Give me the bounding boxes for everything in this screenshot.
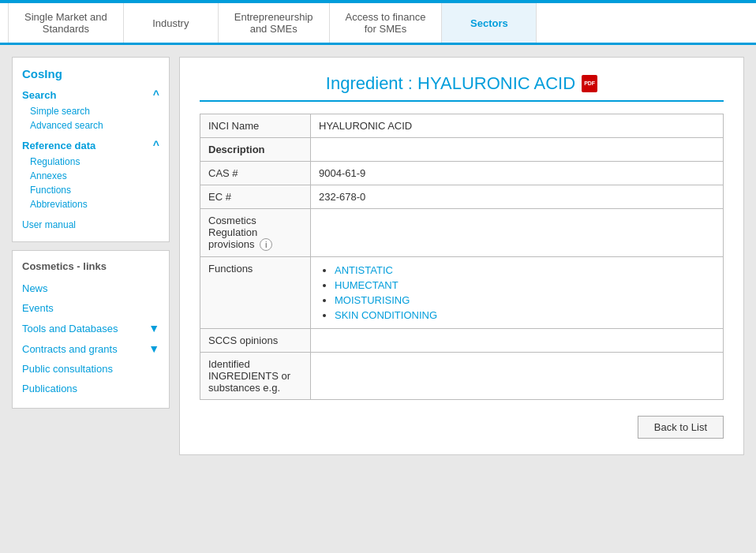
value-cas: 9004-61-9	[311, 162, 724, 185]
table-row-cas: CAS # 9004-61-9	[200, 162, 724, 185]
label-sccs: SCCS opinions	[200, 329, 311, 353]
annexes-link[interactable]: Annexes	[22, 169, 159, 183]
list-item: SKIN CONDITIONING	[335, 308, 715, 323]
tools-databases-link[interactable]: Tools and Databases ▼	[22, 318, 159, 338]
value-ec: 232-678-0	[311, 185, 724, 209]
ingredient-table: INCI Name HYALURONIC ACID Description CA…	[200, 114, 724, 400]
search-chevron-icon: ^	[153, 88, 159, 101]
back-btn-container: Back to List	[200, 416, 724, 439]
back-to-list-button[interactable]: Back to List	[638, 416, 724, 439]
cosing-box: CosIng Search ^ Simple search Advanced s…	[12, 57, 170, 242]
cosmetics-links-title: Cosmetics - links	[22, 260, 159, 272]
abbreviations-link[interactable]: Abbreviations	[22, 197, 159, 211]
user-manual-link[interactable]: User manual	[22, 218, 159, 232]
function-antistatic[interactable]: ANTISTATIC	[335, 264, 393, 276]
label-cas: CAS #	[200, 162, 311, 185]
public-consultations-link[interactable]: Public consultations	[22, 359, 159, 379]
tools-expand-icon: ▼	[148, 322, 159, 334]
cosing-title: CosIng	[22, 67, 159, 80]
content-area: Ingredient : HYALURONIC ACID PDF INCI Na…	[179, 57, 744, 455]
nav-entrepreneurship[interactable]: Entrepreneurship and SMEs	[219, 3, 330, 43]
table-row-regulation: Cosmetics Regulation provisions i	[200, 209, 724, 257]
value-functions: ANTISTATIC HUMECTANT MOISTURISING SKIN C…	[311, 257, 724, 329]
function-moisturising[interactable]: MOISTURISING	[335, 294, 410, 306]
value-ingredients	[311, 353, 724, 400]
table-row-ec: EC # 232-678-0	[200, 185, 724, 209]
list-item: ANTISTATIC	[335, 263, 715, 278]
table-row-ingredients: Identified INGREDIENTS or substances e.g…	[200, 353, 724, 400]
label-ec: EC #	[200, 185, 311, 209]
pdf-icon[interactable]: PDF	[582, 75, 597, 92]
advanced-search-link[interactable]: Advanced search	[22, 118, 159, 133]
nav-spacer	[537, 3, 748, 43]
table-row-description: Description	[200, 138, 724, 162]
functions-link[interactable]: Functions	[22, 183, 159, 197]
top-navigation: Single Market and Standards Industry Ent…	[0, 3, 756, 45]
function-humectant[interactable]: HUMECTANT	[335, 279, 399, 291]
label-inci: INCI Name	[200, 114, 311, 138]
reference-links: Regulations Annexes Functions Abbreviati…	[22, 155, 159, 211]
search-section-header[interactable]: Search ^	[22, 88, 159, 101]
title-divider	[200, 100, 724, 102]
cosmetics-links-box: Cosmetics - links News Events Tools and …	[12, 250, 170, 409]
contracts-grants-link[interactable]: Contracts and grants ▼	[22, 338, 159, 359]
simple-search-link[interactable]: Simple search	[22, 104, 159, 118]
label-description: Description	[200, 138, 311, 162]
regulations-link[interactable]: Regulations	[22, 155, 159, 169]
search-section: Search ^ Simple search Advanced search	[22, 88, 159, 133]
list-item: MOISTURISING	[335, 293, 715, 308]
main-container: CosIng Search ^ Simple search Advanced s…	[0, 45, 756, 467]
list-item: HUMECTANT	[335, 278, 715, 293]
reference-chevron-icon: ^	[153, 139, 159, 151]
nav-single-market[interactable]: Single Market and Standards	[8, 3, 124, 43]
publications-link[interactable]: Publications	[22, 379, 159, 398]
events-link[interactable]: Events	[22, 298, 159, 318]
table-row-functions: Functions ANTISTATIC HUMECTANT MOISTURIS…	[200, 257, 724, 329]
value-inci: HYALURONIC ACID	[311, 114, 724, 138]
news-link[interactable]: News	[22, 278, 159, 298]
label-functions: Functions	[200, 257, 311, 329]
label-regulation: Cosmetics Regulation provisions i	[200, 209, 311, 257]
nav-sectors[interactable]: Sectors	[442, 3, 537, 43]
search-links: Simple search Advanced search	[22, 104, 159, 133]
label-ingredients: Identified INGREDIENTS or substances e.g…	[200, 353, 311, 400]
reference-section-header[interactable]: Reference data ^	[22, 139, 159, 151]
table-row-inci: INCI Name HYALURONIC ACID	[200, 114, 724, 138]
value-regulation	[311, 209, 724, 257]
value-description	[311, 138, 724, 162]
page-title: Ingredient : HYALURONIC ACID PDF	[200, 73, 724, 94]
sidebar: CosIng Search ^ Simple search Advanced s…	[12, 57, 170, 455]
reference-section: Reference data ^ Regulations Annexes Fun…	[22, 139, 159, 211]
table-row-sccs: SCCS opinions	[200, 329, 724, 353]
function-skin-conditioning[interactable]: SKIN CONDITIONING	[335, 309, 437, 321]
nav-industry[interactable]: Industry	[124, 3, 219, 43]
cosmetics-links-list: News Events Tools and Databases ▼ Contra…	[22, 278, 159, 398]
contracts-expand-icon: ▼	[148, 342, 159, 355]
info-icon[interactable]: i	[260, 238, 272, 251]
value-sccs	[311, 329, 724, 353]
nav-access-finance[interactable]: Access to finance for SMEs	[330, 3, 443, 43]
